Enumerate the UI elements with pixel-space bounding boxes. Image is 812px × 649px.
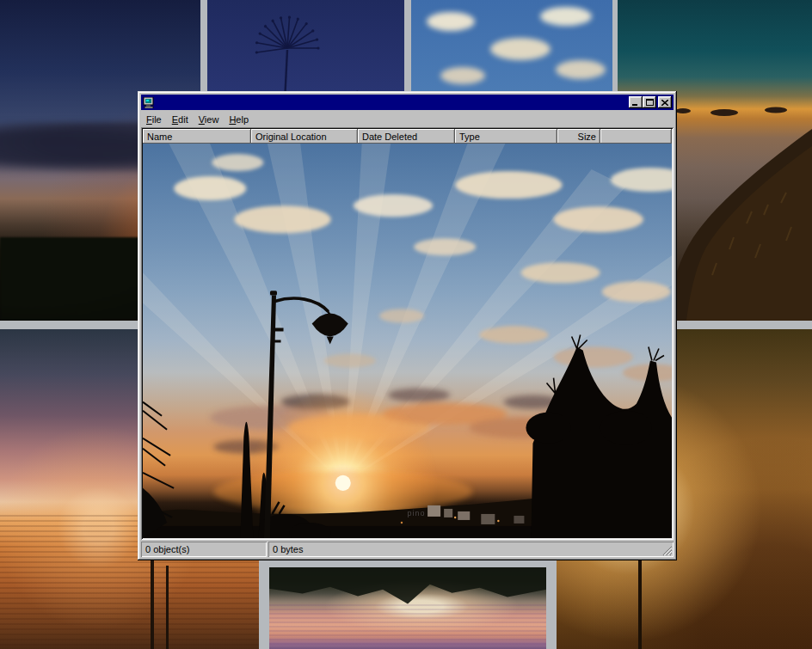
minimize-icon	[632, 100, 639, 106]
menu-view[interactable]: View	[194, 113, 225, 126]
photo-watermark: pino	[408, 509, 426, 517]
column-header-date-deleted[interactable]: Date Deleted	[358, 129, 455, 144]
column-header-size[interactable]: Size	[557, 129, 600, 144]
recycle-bin-window: File Edit View Help Name Original Locati…	[138, 91, 677, 560]
menu-help[interactable]: Help	[224, 113, 254, 126]
water-ripples	[269, 604, 546, 649]
cloud-puff	[427, 12, 475, 31]
desktop: File Edit View Help Name Original Locati…	[0, 0, 812, 649]
column-header-empty[interactable]	[600, 129, 672, 144]
window-titlebar[interactable]	[141, 95, 674, 110]
close-button[interactable]	[658, 96, 672, 108]
sunset-scene-drawing	[143, 144, 672, 538]
column-header-type[interactable]: Type	[455, 129, 557, 144]
status-object-count: 0 object(s)	[141, 542, 267, 557]
cloud-puff	[490, 38, 551, 60]
menu-edit[interactable]: Edit	[167, 113, 194, 126]
maximize-button[interactable]	[643, 96, 656, 108]
maximize-icon	[646, 99, 654, 106]
window-controls	[629, 96, 672, 108]
column-header-row: Name Original Location Date Deleted Type…	[143, 129, 672, 144]
computer-icon	[143, 97, 155, 108]
resize-grip[interactable]	[661, 545, 673, 556]
bg-photo-water-reflection	[269, 567, 546, 649]
list-view: Name Original Location Date Deleted Type…	[141, 127, 674, 540]
cloud-puff	[540, 7, 592, 26]
status-byte-count: 0 bytes	[268, 542, 674, 557]
column-header-name[interactable]: Name	[143, 129, 251, 144]
wooden-pole	[151, 553, 154, 649]
cloud-puff	[440, 67, 485, 84]
minimize-button[interactable]	[629, 96, 643, 108]
column-header-original-location[interactable]: Original Location	[251, 129, 358, 144]
photo-sunset-streetlamp[interactable]: pino	[143, 144, 672, 538]
cloud-puff	[556, 60, 606, 79]
status-bar: 0 object(s) 0 bytes	[141, 542, 674, 557]
menu-bar: File Edit View Help	[140, 111, 674, 127]
close-icon	[661, 100, 668, 106]
menu-file[interactable]: File	[141, 113, 167, 126]
wooden-pole	[166, 566, 169, 649]
status-bytes-text: 0 bytes	[273, 544, 303, 554]
